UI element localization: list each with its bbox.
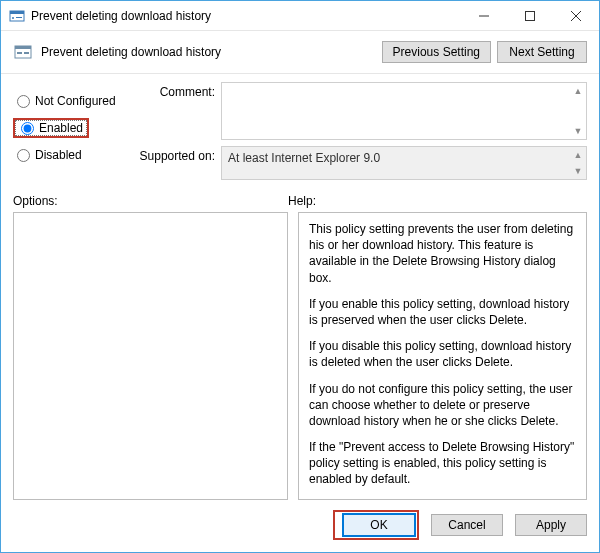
next-setting-label: Next Setting	[509, 45, 574, 59]
cancel-button[interactable]: Cancel	[431, 514, 503, 536]
footer: OK Cancel Apply	[1, 500, 599, 552]
help-panel: This policy setting prevents the user fr…	[298, 212, 587, 500]
next-setting-button[interactable]: Next Setting	[497, 41, 587, 63]
close-button[interactable]	[553, 1, 599, 30]
help-text: If the "Prevent access to Delete Browsin…	[309, 439, 576, 488]
titlebar: Prevent deleting download history	[1, 1, 599, 31]
help-section-label: Help:	[288, 194, 316, 208]
svg-rect-1	[10, 11, 24, 14]
radio-enabled-row[interactable]: Enabled	[15, 120, 87, 136]
options-section-label: Options:	[13, 194, 288, 208]
apply-label: Apply	[536, 518, 566, 532]
svg-rect-9	[15, 46, 31, 49]
radio-disabled-row[interactable]: Disabled	[13, 146, 133, 164]
window-title: Prevent deleting download history	[31, 9, 461, 23]
comment-row: Comment: ▲ ▼	[133, 82, 587, 140]
radio-disabled-label: Disabled	[35, 148, 82, 162]
header-bar: Prevent deleting download history Previo…	[1, 31, 599, 74]
supported-value: At least Internet Explorer 9.0	[228, 151, 380, 165]
ok-label: OK	[370, 518, 387, 532]
policy-icon	[13, 42, 33, 62]
gpo-editor-window: Prevent deleting download history Preven…	[0, 0, 600, 553]
svg-rect-5	[526, 11, 535, 20]
radio-not-configured[interactable]	[17, 95, 30, 108]
app-icon	[9, 8, 25, 24]
radio-not-configured-row[interactable]: Not Configured	[13, 92, 133, 110]
help-text: This policy setting prevents the user fr…	[309, 221, 576, 286]
supported-row: Supported on: At least Internet Explorer…	[133, 146, 587, 180]
options-panel	[13, 212, 288, 500]
state-radio-group: Not Configured Enabled Disabled	[13, 82, 133, 186]
radio-enabled-highlight: Enabled	[13, 118, 89, 138]
radio-enabled[interactable]	[21, 122, 34, 135]
ok-button[interactable]: OK	[343, 514, 415, 536]
help-text: If you disable this policy setting, down…	[309, 338, 576, 370]
radio-disabled[interactable]	[17, 149, 30, 162]
supported-on-box: At least Internet Explorer 9.0 ▲ ▼	[221, 146, 587, 180]
minimize-button[interactable]	[461, 1, 507, 30]
cancel-label: Cancel	[448, 518, 485, 532]
svg-rect-10	[17, 52, 22, 54]
lower-section: This policy setting prevents the user fr…	[13, 212, 587, 500]
policy-title: Prevent deleting download history	[41, 45, 376, 59]
svg-rect-11	[24, 52, 29, 54]
svg-point-2	[12, 17, 14, 19]
supported-label: Supported on:	[133, 146, 221, 180]
scroll-down-icon: ▼	[570, 163, 586, 179]
comment-textarea[interactable]: ▲ ▼	[221, 82, 587, 140]
scroll-up-icon: ▲	[570, 147, 586, 163]
ok-highlight: OK	[333, 510, 419, 540]
svg-rect-3	[16, 17, 22, 18]
previous-setting-button[interactable]: Previous Setting	[382, 41, 491, 63]
help-text: If you do not configure this policy sett…	[309, 381, 576, 430]
scroll-down-icon[interactable]: ▼	[570, 123, 586, 139]
section-labels: Options: Help:	[13, 194, 587, 208]
radio-enabled-label: Enabled	[39, 121, 83, 135]
scroll-up-icon[interactable]: ▲	[570, 83, 586, 99]
apply-button[interactable]: Apply	[515, 514, 587, 536]
content-area: Not Configured Enabled Disabled Comment:	[1, 74, 599, 500]
comment-label: Comment:	[133, 82, 221, 140]
help-text: If you enable this policy setting, downl…	[309, 296, 576, 328]
radio-not-configured-label: Not Configured	[35, 94, 116, 108]
maximize-button[interactable]	[507, 1, 553, 30]
previous-setting-label: Previous Setting	[393, 45, 480, 59]
supported-scrollbar: ▲ ▼	[570, 147, 586, 179]
comment-scrollbar[interactable]: ▲ ▼	[570, 83, 586, 139]
upper-section: Not Configured Enabled Disabled Comment:	[13, 82, 587, 186]
field-column: Comment: ▲ ▼ Supported on: At least Inte…	[133, 82, 587, 186]
